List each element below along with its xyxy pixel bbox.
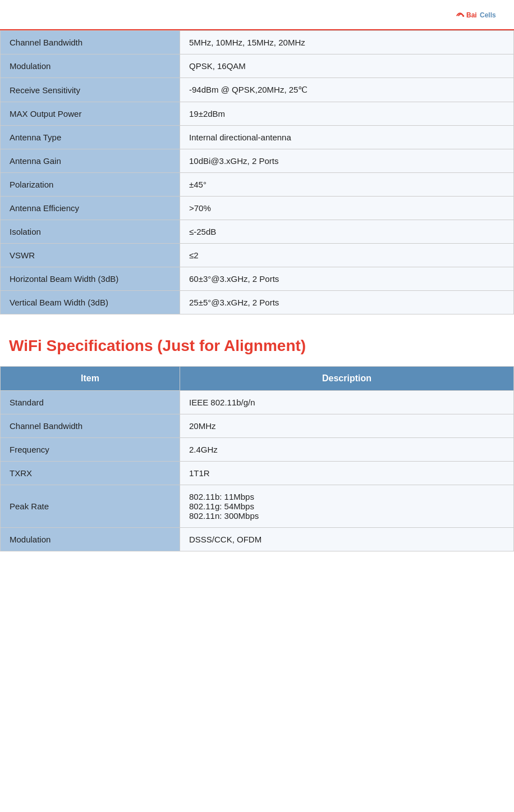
row-value: 60±3°@3.xGHz, 2 Ports xyxy=(180,267,514,291)
row-value: 10dBi@3.xGHz, 2 Ports xyxy=(180,149,514,173)
top-spec-table: Channel Bandwidth5MHz, 10MHz, 15MHz, 20M… xyxy=(0,30,514,314)
wifi-table-header-row: Item Description xyxy=(1,367,514,391)
table-row: Horizontal Beam Width (3dB)60±3°@3.xGHz,… xyxy=(1,267,514,291)
row-value: 802.11b: 11Mbps802.11g: 54Mbps802.11n: 3… xyxy=(180,485,514,528)
row-value: QPSK, 16QAM xyxy=(180,54,514,78)
row-label: Channel Bandwidth xyxy=(1,31,180,54)
row-value: 1T1R xyxy=(180,462,514,485)
table-row: Receive Sensitivity-94dBm @ QPSK,20MHz, … xyxy=(1,78,514,102)
row-label: Modulation xyxy=(1,54,180,78)
svg-text:Cells: Cells xyxy=(480,11,496,19)
table-row: Antenna Gain10dBi@3.xGHz, 2 Ports xyxy=(1,149,514,173)
row-label: Vertical Beam Width (3dB) xyxy=(1,291,180,314)
row-label: Frequency xyxy=(1,438,180,462)
row-label: Standard xyxy=(1,391,180,414)
row-label: Antenna Type xyxy=(1,126,180,149)
page-header: Bai Cells xyxy=(0,0,514,30)
table-row: ModulationQPSK, 16QAM xyxy=(1,54,514,78)
row-value: DSSS/CCK, OFDM xyxy=(180,528,514,551)
table-row: TXRX1T1R xyxy=(1,462,514,485)
wifi-col1-header: Item xyxy=(1,367,180,391)
row-value: 19±2dBm xyxy=(180,102,514,126)
row-value: -94dBm @ QPSK,20MHz, 25℃ xyxy=(180,78,514,102)
row-value: 5MHz, 10MHz, 15MHz, 20MHz xyxy=(180,31,514,54)
row-label: Isolation xyxy=(1,220,180,244)
wifi-col2-header: Description xyxy=(180,367,514,391)
row-value: ≤2 xyxy=(180,244,514,267)
table-row: Channel Bandwidth20MHz xyxy=(1,414,514,438)
wifi-section-heading: WiFi Specifications (Just for Alignment) xyxy=(0,314,514,366)
row-value: 25±5°@3.xGHz, 2 Ports xyxy=(180,291,514,314)
table-row: ModulationDSSS/CCK, OFDM xyxy=(1,528,514,551)
wifi-spec-table: Item Description StandardIEEE 802.11b/g/… xyxy=(0,366,514,551)
table-row: StandardIEEE 802.11b/g/n xyxy=(1,391,514,414)
row-value: >70% xyxy=(180,197,514,220)
row-label: Peak Rate xyxy=(1,485,180,528)
page-wrapper: Bai Cells Channel Bandwidth5MHz, 10MHz, … xyxy=(0,0,514,551)
row-label: Antenna Gain xyxy=(1,149,180,173)
row-label: Horizontal Beam Width (3dB) xyxy=(1,267,180,291)
row-value: ≤-25dB xyxy=(180,220,514,244)
row-label: Receive Sensitivity xyxy=(1,78,180,102)
row-value: IEEE 802.11b/g/n xyxy=(180,391,514,414)
table-row: Antenna Efficiency>70% xyxy=(1,197,514,220)
row-label: MAX Output Power xyxy=(1,102,180,126)
logo-container: Bai Cells xyxy=(455,4,505,27)
row-label: Channel Bandwidth xyxy=(1,414,180,438)
svg-point-0 xyxy=(462,15,464,17)
row-label: VSWR xyxy=(1,244,180,267)
svg-text:Bai: Bai xyxy=(466,11,477,19)
table-row: Antenna TypeInternal directional-antenna xyxy=(1,126,514,149)
row-label: Polarization xyxy=(1,173,180,197)
table-row: Isolation≤-25dB xyxy=(1,220,514,244)
row-value: 2.4GHz xyxy=(180,438,514,462)
row-value: Internal directional-antenna xyxy=(180,126,514,149)
table-row: Channel Bandwidth5MHz, 10MHz, 15MHz, 20M… xyxy=(1,31,514,54)
table-row: Vertical Beam Width (3dB)25±5°@3.xGHz, 2… xyxy=(1,291,514,314)
table-row: Frequency2.4GHz xyxy=(1,438,514,462)
row-label: TXRX xyxy=(1,462,180,485)
row-label: Modulation xyxy=(1,528,180,551)
table-row: Peak Rate802.11b: 11Mbps802.11g: 54Mbps8… xyxy=(1,485,514,528)
baicells-logo-icon: Bai Cells xyxy=(455,4,505,27)
table-row: Polarization±45° xyxy=(1,173,514,197)
row-value: 20MHz xyxy=(180,414,514,438)
row-value: ±45° xyxy=(180,173,514,197)
table-row: MAX Output Power19±2dBm xyxy=(1,102,514,126)
table-row: VSWR≤2 xyxy=(1,244,514,267)
row-label: Antenna Efficiency xyxy=(1,197,180,220)
